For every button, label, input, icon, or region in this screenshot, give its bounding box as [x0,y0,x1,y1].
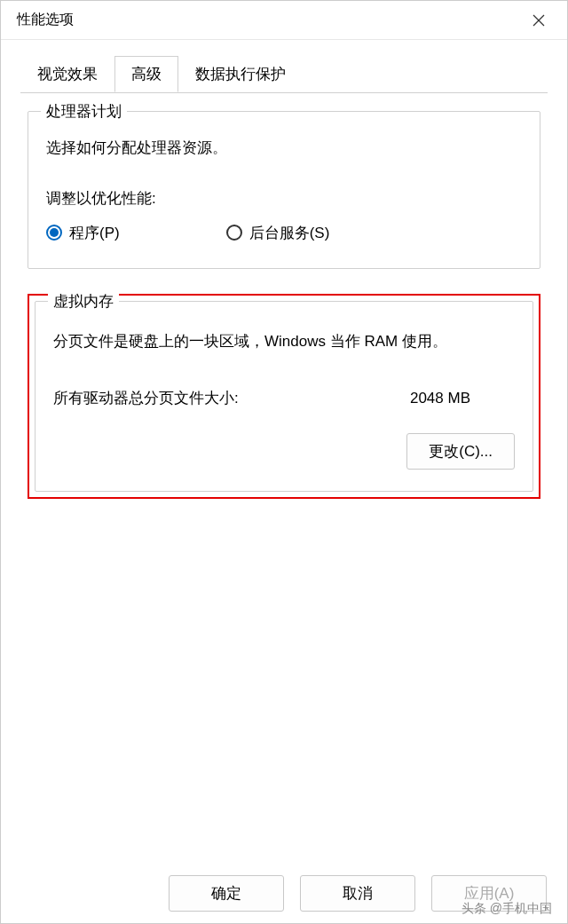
radio-icon [226,225,242,241]
virtual-memory-group: 虚拟内存 分页文件是硬盘上的一块区域，Windows 当作 RAM 使用。 所有… [35,301,533,493]
performance-options-window: 性能选项 视觉效果 高级 数据执行保护 处理器计划 选择如何分配处理器资源。 调… [0,0,568,924]
radio-row: 程序(P) 后台服务(S) [46,223,522,243]
apply-button[interactable]: 应用(A) [431,875,547,912]
vm-total-label: 所有驱动器总分页文件大小: [53,388,239,408]
processor-scheduling-group: 处理器计划 选择如何分配处理器资源。 调整以优化性能: 程序(P) 后台服务(S… [28,111,540,269]
processor-description: 选择如何分配处理器资源。 [46,137,522,160]
vm-total-row: 所有驱动器总分页文件大小: 2048 MB [53,388,515,408]
radio-icon [46,225,62,241]
titlebar: 性能选项 [1,1,567,40]
tab-advanced[interactable]: 高级 [114,56,178,92]
radio-background-services[interactable]: 后台服务(S) [226,223,330,243]
dialog-buttons: 确定 取消 应用(A) [0,863,568,924]
vm-button-row: 更改(C)... [53,433,515,470]
adjust-label: 调整以优化性能: [46,188,522,209]
highlight-annotation: 虚拟内存 分页文件是硬盘上的一块区域，Windows 当作 RAM 使用。 所有… [28,294,540,500]
vm-group-title: 虚拟内存 [48,291,119,312]
change-button[interactable]: 更改(C)... [406,433,515,470]
radio-programs[interactable]: 程序(P) [46,223,120,243]
cancel-button[interactable]: 取消 [300,875,415,912]
vm-total-value: 2048 MB [410,390,515,407]
ok-button[interactable]: 确定 [169,875,284,912]
advanced-content: 处理器计划 选择如何分配处理器资源。 调整以优化性能: 程序(P) 后台服务(S… [20,93,548,499]
tab-bar: 视觉效果 高级 数据执行保护 [1,40,567,92]
radio-programs-label: 程序(P) [69,223,120,243]
tab-visual-effects[interactable]: 视觉效果 [20,56,114,91]
tab-dep[interactable]: 数据执行保护 [178,56,303,91]
close-icon [532,14,545,27]
processor-group-title: 处理器计划 [41,101,127,122]
vm-description: 分页文件是硬盘上的一块区域，Windows 当作 RAM 使用。 [53,330,515,353]
close-button[interactable] [521,3,556,38]
window-title: 性能选项 [17,11,74,29]
radio-services-label: 后台服务(S) [249,223,330,243]
tab-content: 处理器计划 选择如何分配处理器资源。 调整以优化性能: 程序(P) 后台服务(S… [20,92,548,923]
